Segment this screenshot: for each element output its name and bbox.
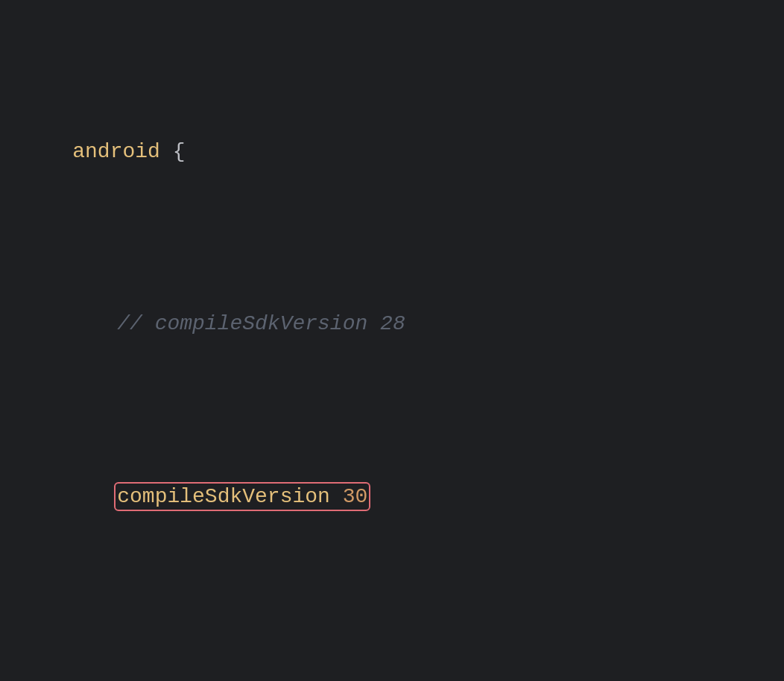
line-empty1 (22, 627, 769, 656)
code-editor: android { // compileSdkVersion 28 compil… (22, 22, 769, 681)
line-comment-compileSdk: // compileSdkVersion 28 (22, 282, 769, 368)
compileSdkVersion-highlight: compileSdkVersion 30 (117, 485, 367, 508)
android-keyword: android (72, 140, 160, 163)
comment-compileSdk: // compileSdkVersion 28 (117, 312, 405, 335)
line-compileSdkVersion: compileSdkVersion 30 (22, 454, 769, 540)
line-android-open: android { (22, 109, 769, 195)
